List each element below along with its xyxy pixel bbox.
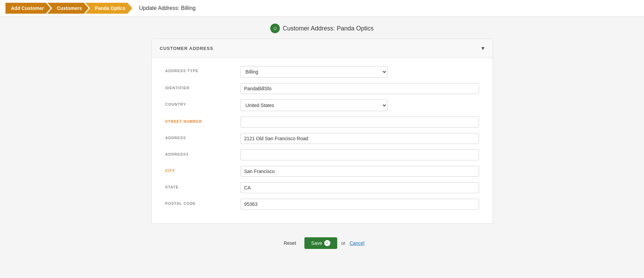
address3-label: ADDRESS3 — [165, 149, 241, 156]
identifier-control — [241, 83, 479, 94]
identifier-label: IDENTIFIER — [165, 83, 241, 90]
state-control — [241, 182, 479, 193]
postal-code-row: POSTAL CODE — [165, 199, 479, 210]
form-footer: Reset Save ✓ or Cancel — [14, 232, 630, 254]
address-type-control: Billing Shipping — [241, 66, 479, 78]
breadcrumb-add-customer[interactable]: Add Customer — [5, 3, 51, 14]
card-body: ADDRESS TYPE Billing Shipping IDENTIFIER… — [152, 58, 493, 223]
street-number-label: STREET NUMBER — [165, 117, 241, 123]
breadcrumb-customers[interactable]: Customers — [47, 3, 88, 14]
page-header: ☺ Customer Address: Panda Optics — [14, 24, 630, 33]
identifier-input[interactable] — [241, 83, 479, 94]
state-row: STATE — [165, 182, 479, 193]
address-input[interactable] — [241, 133, 479, 144]
postal-code-control — [241, 199, 479, 210]
card-section-title: CUSTOMER ADDRESS — [160, 46, 214, 51]
city-input[interactable] — [241, 166, 479, 177]
city-label: CITY — [165, 166, 241, 173]
country-row: COUNTRY United States Canada United King… — [165, 100, 479, 111]
country-select[interactable]: United States Canada United Kingdom — [241, 100, 387, 111]
address3-input[interactable] — [241, 149, 479, 160]
address-type-row: ADDRESS TYPE Billing Shipping — [165, 66, 479, 78]
address-type-label: ADDRESS TYPE — [165, 66, 241, 73]
address-label: ADDRESS — [165, 133, 241, 140]
main-content: ☺ Customer Address: Panda Optics CUSTOME… — [0, 17, 644, 261]
street-number-row: STREET NUMBER — [165, 117, 479, 128]
page-title: Update Address: Billing — [139, 5, 195, 11]
country-control: United States Canada United Kingdom — [241, 100, 479, 111]
address-type-select[interactable]: Billing Shipping — [241, 66, 387, 78]
state-label: STATE — [165, 182, 241, 189]
postal-code-input[interactable] — [241, 199, 479, 210]
breadcrumb-panda-optics[interactable]: Panda Optics — [85, 3, 132, 14]
person-icon: ☺ — [270, 24, 280, 33]
cancel-button[interactable]: Cancel — [350, 240, 365, 246]
breadcrumb: Add Customer Customers Panda Optics Upda… — [0, 0, 644, 17]
save-button[interactable]: Save ✓ — [304, 237, 337, 249]
customer-address-card: CUSTOMER ADDRESS ▾ ADDRESS TYPE Billing … — [151, 39, 493, 224]
address3-control — [241, 149, 479, 160]
or-text: or — [341, 240, 345, 246]
country-label: COUNTRY — [165, 100, 241, 106]
city-row: CITY — [165, 166, 479, 177]
street-number-input[interactable] — [241, 117, 479, 128]
save-check-icon: ✓ — [324, 240, 330, 246]
address-row: ADDRESS — [165, 133, 479, 144]
collapse-icon[interactable]: ▾ — [481, 44, 484, 52]
postal-code-label: POSTAL CODE — [165, 199, 241, 206]
address3-row: ADDRESS3 — [165, 149, 479, 160]
reset-button[interactable]: Reset — [279, 238, 300, 248]
identifier-row: IDENTIFIER — [165, 83, 479, 94]
page-header-title: Customer Address: Panda Optics — [283, 25, 373, 32]
card-header: CUSTOMER ADDRESS ▾ — [152, 39, 493, 58]
street-number-control — [241, 117, 479, 128]
address-control — [241, 133, 479, 144]
state-input[interactable] — [241, 182, 479, 193]
city-control — [241, 166, 479, 177]
